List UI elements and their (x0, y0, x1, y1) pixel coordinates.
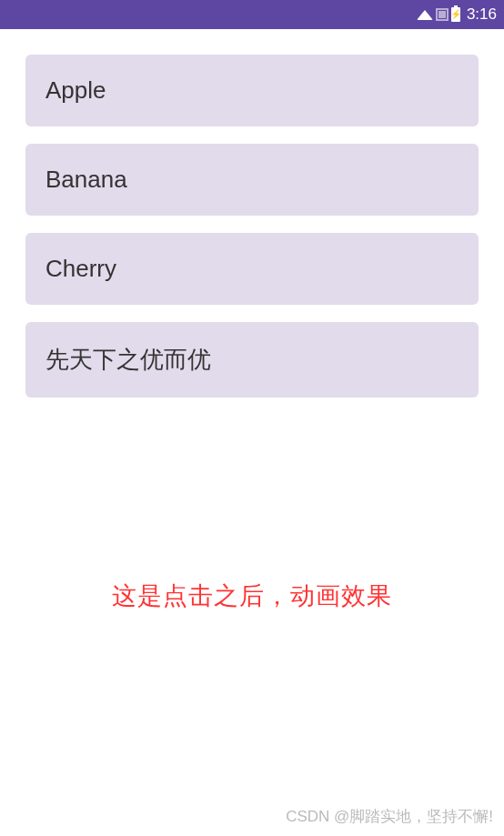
main-content: Apple Banana Cherry 先天下之优而优 这是点击之后，动画效果 (0, 29, 504, 612)
status-time: 3:16 (467, 5, 497, 24)
wifi-icon (417, 9, 433, 19)
list-item[interactable]: Apple (25, 55, 479, 126)
status-icons: ⚡ 3:16 (417, 5, 497, 24)
battery-icon: ⚡ (451, 7, 460, 22)
list-item[interactable]: Cherry (25, 233, 479, 305)
watermark: CSDN @脚踏实地，坚持不懈! (286, 806, 493, 827)
list-item-label: 先天下之优而优 (45, 346, 211, 373)
status-bar: ⚡ 3:16 (0, 0, 504, 29)
caption-text: 这是点击之后，动画效果 (25, 579, 479, 612)
list-item-label: Cherry (45, 255, 116, 282)
list-item[interactable]: 先天下之优而优 (25, 322, 479, 398)
battery-charging-icon: ⚡ (450, 10, 461, 19)
signal-icon (436, 8, 449, 21)
list-item[interactable]: Banana (25, 144, 479, 216)
list-item-label: Banana (45, 166, 127, 193)
list-item-label: Apple (45, 76, 106, 104)
